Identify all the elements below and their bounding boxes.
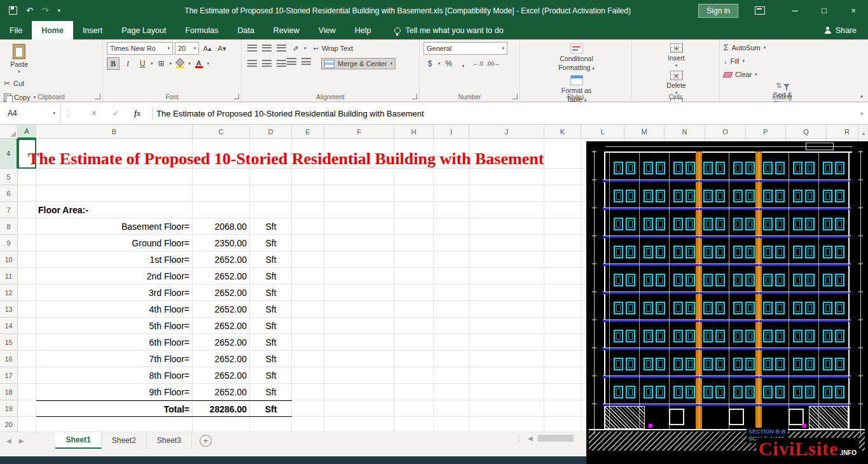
scrollbar-thumb[interactable] <box>538 435 574 442</box>
align-middle-button[interactable] <box>260 42 273 55</box>
floor-unit[interactable]: Sft <box>250 351 292 367</box>
sheet-tab-sheet3[interactable]: Sheet3 <box>147 432 192 449</box>
row-header-15[interactable]: 15 <box>0 334 18 351</box>
column-header-M[interactable]: M <box>624 125 665 139</box>
row-header-7[interactable]: 7 <box>0 202 18 218</box>
ribbon-display-options-icon[interactable] <box>755 6 765 15</box>
floor-row[interactable]: Ground Floor=2350.00Sft <box>36 235 292 251</box>
merge-center-button[interactable]: Merge & Center ▾ <box>321 58 396 69</box>
floor-label[interactable]: Ground Floor= <box>36 235 193 251</box>
floor-label[interactable]: Basement Floor= <box>36 218 193 235</box>
shrink-font-button[interactable]: A▾ <box>216 42 228 55</box>
ribbon-tab-help[interactable]: Help <box>345 21 381 39</box>
fill-button[interactable]: ↓ Fill ▾ <box>724 55 782 67</box>
ribbon-tab-formulas[interactable]: Formulas <box>176 21 228 39</box>
floor-value[interactable]: 2652.00 <box>193 251 250 268</box>
close-button[interactable]: × <box>839 0 868 21</box>
chevron-down-icon[interactable]: ▾ <box>207 61 210 66</box>
floor-value[interactable]: 2652.00 <box>193 285 250 301</box>
floor-value[interactable]: 2652.00 <box>193 268 250 285</box>
floor-value[interactable]: 2068.00 <box>193 218 250 235</box>
increase-indent-button[interactable]: → <box>304 57 317 70</box>
floor-unit[interactable]: Sft <box>250 334 292 351</box>
ribbon-tab-data[interactable]: Data <box>228 21 263 39</box>
floor-unit[interactable]: Sft <box>250 318 292 334</box>
wrap-text-button[interactable]: ↩ Wrap Text <box>313 43 354 54</box>
floor-row[interactable]: 5th Floor=2652.00Sft <box>36 318 292 334</box>
floor-value[interactable]: 2652.00 <box>193 351 250 367</box>
cancel-formula-icon[interactable]: ✕ <box>83 109 105 118</box>
prev-sheet-icon[interactable]: ◀ <box>6 437 11 444</box>
align-right-button[interactable] <box>275 57 287 70</box>
undo-icon[interactable]: ↶ <box>26 6 33 15</box>
alignment-dialog-launcher-icon[interactable] <box>412 94 417 99</box>
floor-label[interactable]: 7th Floor= <box>36 351 193 367</box>
chevron-down-icon[interactable]: ▾ <box>438 61 441 66</box>
floor-unit[interactable]: Sft <box>250 301 292 318</box>
currency-format-button[interactable]: $ <box>424 57 436 70</box>
floor-label[interactable]: 2nd Floor= <box>36 268 193 285</box>
floor-area-label-cell[interactable]: Floor Area:- <box>38 202 88 218</box>
next-sheet-icon[interactable]: ▶ <box>19 437 24 444</box>
new-sheet-button[interactable]: + <box>200 435 212 447</box>
expand-formula-bar-icon[interactable]: ▾ <box>860 111 868 116</box>
decrease-decimal-button[interactable]: .00→ <box>486 57 500 70</box>
floor-row[interactable]: 9th Floor=2652.00Sft <box>36 384 292 400</box>
ribbon-tab-review[interactable]: Review <box>264 21 309 39</box>
cut-button[interactable]: ✂ Cut <box>4 78 100 89</box>
total-value[interactable]: 28286.00 <box>193 401 250 416</box>
row-header-8[interactable]: 8 <box>0 218 18 235</box>
borders-button[interactable]: ⊞ <box>155 57 168 70</box>
row-header-11[interactable]: 11 <box>0 268 18 285</box>
floor-row[interactable]: 8th Floor=2652.00Sft <box>36 367 292 384</box>
floor-row[interactable]: 2nd Floor=2652.00Sft <box>36 268 292 285</box>
floor-unit[interactable]: Sft <box>250 285 292 301</box>
name-box[interactable]: A4 ▾ <box>0 102 61 124</box>
floor-unit[interactable]: Sft <box>250 268 292 285</box>
insert-function-icon[interactable]: fx <box>127 109 148 118</box>
ribbon-tab-view[interactable]: View <box>309 21 345 39</box>
tell-me-box[interactable]: Tell me what you want to do <box>394 21 503 39</box>
format-as-table-button[interactable]: Format as Table ▾ <box>524 74 629 106</box>
floor-value[interactable]: 2652.00 <box>193 301 250 318</box>
minimize-button[interactable]: ─ <box>780 0 809 21</box>
row-header-17[interactable]: 17 <box>0 367 18 384</box>
formula-content[interactable]: The Estimate of Proposed 10-Storied Resi… <box>156 109 424 118</box>
floor-label[interactable]: 1st Floor= <box>36 251 193 268</box>
underline-button[interactable]: U <box>136 57 149 70</box>
building-elevation-image[interactable]: SECTION B-B SCALE-1:100 CiviLsite.INFO <box>586 141 868 464</box>
column-header-I[interactable]: I <box>434 125 469 139</box>
chevron-down-icon[interactable]: ▾ <box>170 61 172 66</box>
sign-in-button[interactable]: Sign in <box>698 4 738 18</box>
ribbon-tab-insert[interactable]: Insert <box>73 21 112 39</box>
floor-row[interactable]: 1st Floor=2652.00Sft <box>36 251 292 268</box>
floor-row[interactable]: Basement Floor=2068.00Sft <box>36 218 292 235</box>
floor-value[interactable]: 2652.00 <box>193 367 250 384</box>
decrease-indent-button[interactable]: ← <box>289 57 302 70</box>
align-left-button[interactable] <box>245 57 258 70</box>
number-dialog-launcher-icon[interactable] <box>513 94 518 99</box>
maximize-button[interactable]: □ <box>809 0 839 21</box>
paste-button[interactable]: Paste ▾ <box>4 42 34 74</box>
number-format-select[interactable]: General ▾ <box>424 42 507 55</box>
orientation-button[interactable]: ⇗ <box>289 42 302 55</box>
column-header-B[interactable]: B <box>36 125 193 139</box>
comma-format-button[interactable]: , <box>457 57 470 70</box>
column-header-J[interactable]: J <box>469 125 544 139</box>
floor-unit[interactable]: Sft <box>250 367 292 384</box>
row-header-19[interactable]: 19 <box>0 400 18 417</box>
scroll-left-icon[interactable]: ◀ <box>528 435 533 442</box>
sheet-tab-sheet1[interactable]: Sheet1 <box>55 432 101 449</box>
row-header-9[interactable]: 9 <box>0 235 18 251</box>
column-header-O[interactable]: O <box>705 125 746 139</box>
grow-font-button[interactable]: A▴ <box>201 42 214 55</box>
ribbon-tab-home[interactable]: Home <box>32 21 73 39</box>
column-header-H[interactable]: H <box>394 125 434 139</box>
column-header-L[interactable]: L <box>581 125 624 139</box>
row-header-16[interactable]: 16 <box>0 351 18 367</box>
font-color-button[interactable]: A <box>193 57 205 70</box>
column-header-F[interactable]: F <box>324 125 394 139</box>
bold-button[interactable]: B <box>107 57 120 70</box>
font-name-select[interactable]: Times New Ro ▾ <box>107 42 173 55</box>
column-header-E[interactable]: E <box>292 125 324 139</box>
